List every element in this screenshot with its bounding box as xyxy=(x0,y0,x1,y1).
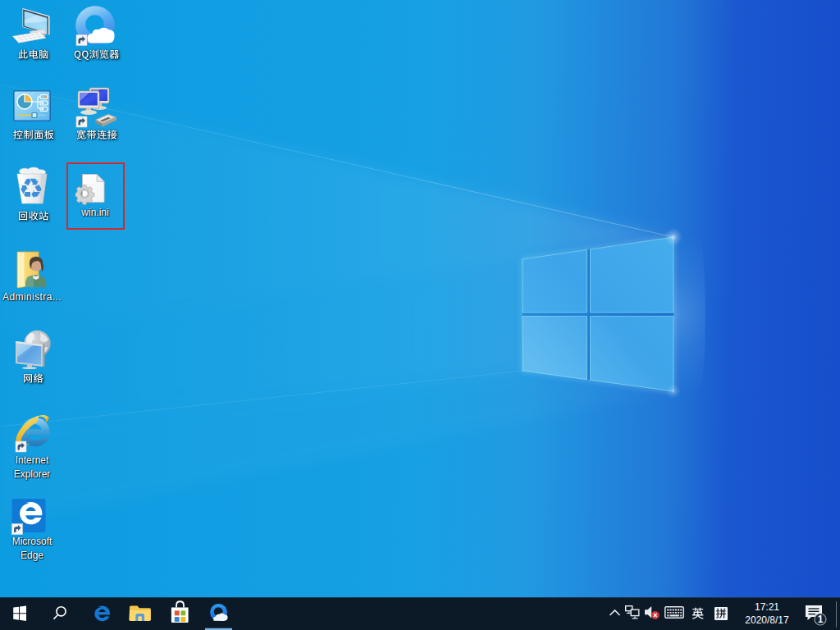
svg-text:1: 1 xyxy=(818,614,824,625)
